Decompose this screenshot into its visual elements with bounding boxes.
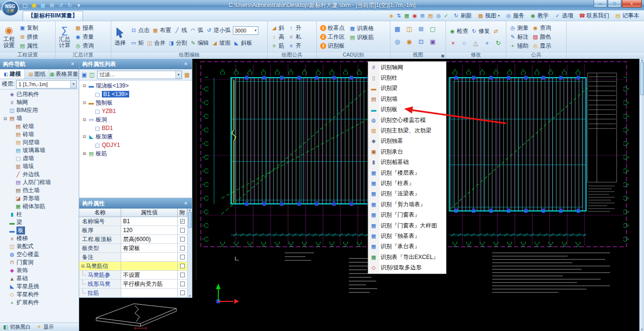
ribbon-button[interactable]: ⇄ [491, 26, 502, 37]
ribbon-button[interactable]: ◠ 弧 [189, 25, 205, 36]
checkbox[interactable] [180, 228, 185, 233]
close-icon[interactable]: × [182, 200, 189, 207]
checkbox[interactable] [180, 264, 185, 268]
tree-item[interactable]: ⊟ ▤ 墙 [0, 114, 79, 122]
scroll-up-icon[interactable]: ▲ [189, 209, 191, 211]
component-item[interactable]: ⊟ ▬ 现浇板<139> [79, 81, 192, 90]
tree-item[interactable]: ╱ 外边线 [0, 170, 79, 178]
tree-item[interactable]: ◫ 装配式 [0, 242, 79, 250]
context-menu-item[interactable]: # 识别轴网 [368, 62, 446, 73]
titlebar-tool-icon[interactable]: ▦ [40, 2, 46, 8]
ribbon-button[interactable]: ✎ 编辑 [189, 38, 210, 49]
cad-canvas[interactable]: L, # 识别轴网 ▯ 识别柱 ▬ [192, 59, 639, 331]
ribbon-button[interactable]: ✎ 标注 [508, 32, 530, 41]
layout-icon[interactable]: ▦ [184, 72, 190, 78]
checkbox[interactable] [180, 237, 185, 242]
ribbon-button[interactable]: ▦ 布置 [151, 25, 173, 36]
tree-item[interactable]: ▤ 人防门框墙 [0, 178, 79, 186]
summary-calc-button[interactable]: ∑ 汇总计算 [58, 22, 72, 51]
view-tool-icon[interactable]: ◎ [392, 37, 403, 46]
context-menu-item[interactable]: ▯ 识别柱 [368, 73, 446, 83]
ribbon-button[interactable]: ↺ 逆小弧 [205, 25, 232, 36]
tree-item[interactable]: ◇ 零星构件 [0, 291, 79, 299]
navigator-tab[interactable]: ▦ 表格算量 [50, 69, 79, 79]
scroll-thumb[interactable] [188, 212, 192, 228]
context-menu-item[interactable]: ▦ 识别『楼层表』 [368, 168, 446, 178]
view-tool-icon[interactable]: ⊞ [416, 24, 426, 33]
project-settings-button[interactable]: ◉ 工程设置 [2, 22, 16, 51]
close-icon[interactable]: × [69, 61, 76, 67]
property-row[interactable]: 线形马凳 平行横向受力筋 [79, 280, 192, 289]
menu-button[interactable]: ◎ 服务 [505, 12, 524, 20]
property-row[interactable]: ⊟马凳筋信 [79, 262, 192, 271]
tree-item[interactable]: ◍ 空心楼盖 [0, 250, 79, 258]
ribbon-button[interactable]: ▭ 矩 [129, 38, 145, 49]
view-tool-icon[interactable]: ▣ [428, 37, 438, 46]
cad-step-button[interactable]: 2 工作区 [319, 32, 346, 41]
titlebar-tool-icon[interactable]: ▾ [75, 2, 82, 8]
tree-item[interactable]: ▲ 基础 [0, 274, 79, 283]
quick-tool-icon[interactable]: ◈ [389, 13, 393, 19]
ribbon-button[interactable]: ◉ 查量 [74, 32, 95, 41]
ribbon-button[interactable]: ⊡ 点击 [129, 25, 151, 36]
tree-item[interactable]: ▢ 虚墙 [0, 154, 79, 162]
context-menu-item[interactable]: ▥ 识别主肋梁、次肋梁 [368, 125, 446, 136]
scroll-up-icon[interactable]: ▲ [641, 59, 644, 62]
context-menu-item[interactable]: ▬ 识别板 [368, 105, 446, 115]
statusbar-button[interactable]: ☀ 显示 [36, 323, 54, 331]
tree-item[interactable]: ▬ 板 [0, 226, 79, 234]
property-row[interactable]: 名称编号 B1 [79, 217, 192, 226]
component-item[interactable]: ⊟ ▬ 预制板 [79, 98, 192, 107]
context-menu-item[interactable]: ▬ 识别梁 [368, 83, 446, 94]
arc-size-combo[interactable]: 3000 ▾ [233, 26, 258, 35]
property-row[interactable]: 板厚 120 [79, 226, 192, 235]
ribbon-button[interactable]: ▤ 识板筋 [348, 33, 375, 42]
ribbon-button[interactable]: ▤ 属性 [18, 41, 40, 50]
checkbox[interactable] [180, 282, 185, 286]
view-tool-icon[interactable]: ▦ [392, 24, 403, 33]
cad-step-button[interactable]: 3 识别板 [319, 41, 346, 50]
context-menu-item[interactable]: ▣ 识别承台 [368, 146, 446, 157]
expander-icon[interactable]: ⊟ [82, 100, 87, 105]
tree-item[interactable]: ◈ 已用构件 [0, 90, 79, 98]
tree-item[interactable]: ◫ BIM应用 [0, 106, 79, 114]
ribbon-button[interactable]: ◎ 显示 [531, 41, 553, 50]
modify-tool-icon[interactable]: ○ [459, 39, 470, 48]
tree-item[interactable]: ◣ 零星悬挑 [0, 283, 79, 291]
scroll-thumb[interactable] [640, 62, 644, 95]
filter-combo[interactable]: 过滤… ▾ [97, 71, 182, 79]
expander-icon[interactable]: ⊟ [82, 83, 87, 88]
property-row[interactable]: 板类型 有梁板 [79, 244, 192, 253]
property-row[interactable]: 拉筋 [79, 289, 192, 298]
titlebar-tool-icon[interactable]: ↺ [58, 2, 64, 8]
view-tool-icon[interactable]: ⊡ [416, 37, 426, 46]
menu-button[interactable]: ☎ 联系我们 [579, 12, 609, 20]
context-menu-item[interactable]: ▮ 识别桩基础 [368, 157, 446, 168]
toolbar-icon[interactable]: ▣ [82, 72, 87, 78]
component-item[interactable]: ▢ YZB1 [79, 107, 192, 115]
navigator-tab[interactable]: ▤ 图纸 [25, 69, 50, 79]
canvas-scrollbar[interactable]: ▲ ▼ [639, 59, 644, 331]
close-icon[interactable]: × [182, 61, 189, 67]
context-menu-item[interactable]: ▦ 识别『门窗表』大样图 [368, 220, 446, 231]
modify-tool-icon[interactable]: × [448, 39, 458, 48]
ribbon-button[interactable]: ↕ 高 [270, 32, 286, 41]
quick-tool-icon[interactable]: ✓ [444, 13, 448, 19]
view-tool-icon[interactable]: ◫ [404, 24, 414, 33]
menu-button[interactable]: ▦ 视图 [478, 12, 500, 20]
ribbon-button[interactable]: ╱ 线 [173, 25, 189, 36]
context-menu-item[interactable]: ▦ 识别表『导出EXCEL』 [368, 252, 446, 262]
context-menu-item[interactable]: ▦ 识别『门窗表』 [368, 210, 446, 220]
dialog-launcher-icon[interactable]: ▣ [441, 54, 445, 58]
window-button[interactable]: □ [608, 0, 621, 8]
floor-select[interactable]: 1 [1,7m,-1m] ▾ [16, 80, 77, 89]
titlebar-tool-icon[interactable]: ⊟ [49, 2, 55, 8]
component-item[interactable]: ▢ B1 <139> [79, 90, 192, 98]
tree-item[interactable]: ≡ 楼梯 [0, 234, 79, 242]
tree-item[interactable]: ◆ 装饰 [0, 266, 79, 274]
checkbox[interactable] [180, 273, 185, 277]
context-menu-item[interactable]: ▦ 识别『连梁表』 [368, 189, 446, 199]
cad-step-button[interactable]: 1 校基点 [319, 24, 346, 32]
component-item[interactable]: ▢ BD1 [79, 124, 192, 132]
modify-tool-icon[interactable]: △ [471, 39, 481, 48]
